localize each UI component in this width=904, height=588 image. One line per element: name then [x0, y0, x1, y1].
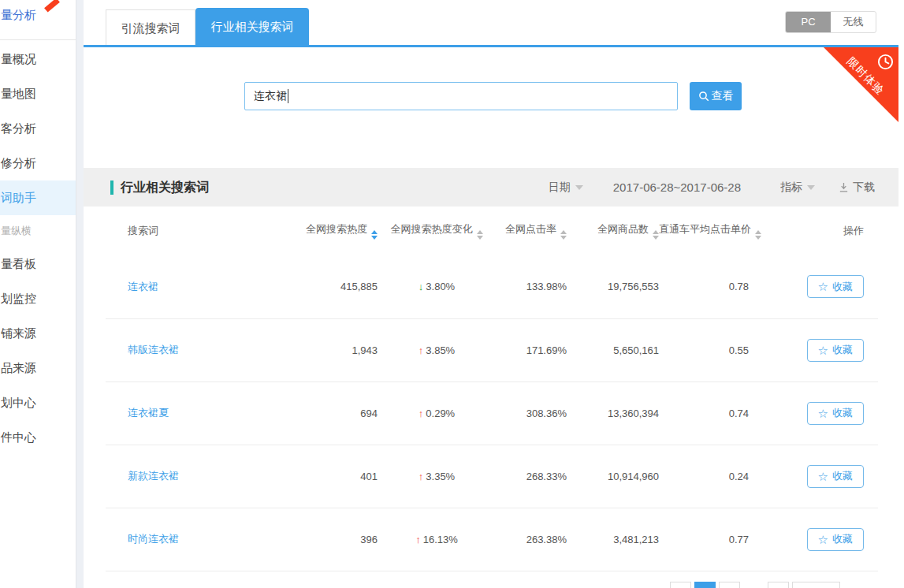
tab-item[interactable]: 行业相关搜索词 [195, 8, 309, 45]
ctr-cell: 171.69% [496, 318, 567, 381]
heat-cell: 396 [279, 508, 378, 571]
sidebar-item[interactable]: 划中心 [0, 385, 76, 420]
action-cell: ☆收藏 [749, 508, 878, 571]
sidebar-item[interactable]: 词助手 [0, 180, 76, 215]
sort-down-icon [371, 236, 378, 240]
page-item[interactable] [792, 582, 840, 588]
favorite-button[interactable]: ☆收藏 [807, 465, 864, 488]
term-cell: 新款连衣裙 [106, 445, 279, 508]
heat-cell: 415,885 [279, 255, 378, 318]
term-link[interactable]: 连衣裙夏 [128, 407, 169, 419]
term-link[interactable]: 韩版连衣裙 [128, 344, 179, 355]
sidebar-item[interactable]: 划监控 [0, 281, 76, 316]
page-item[interactable]: ‹ [670, 582, 691, 588]
page-item[interactable]: › [768, 582, 789, 588]
sort-up-icon [477, 230, 483, 234]
action-cell: ☆收藏 [749, 255, 878, 318]
page-item[interactable]: 2 [719, 582, 740, 588]
heat-cell: 694 [279, 381, 378, 445]
change-cell: ↑3.85% [378, 318, 496, 381]
column-header: 全网搜索热度 [279, 207, 378, 255]
star-icon: ☆ [818, 408, 828, 419]
star-icon: ☆ [818, 534, 828, 545]
sort-icon[interactable] [560, 230, 567, 240]
page-item[interactable]: 1 [694, 582, 716, 588]
star-icon: ☆ [818, 281, 828, 292]
change-cell: ↓3.80% [378, 255, 496, 318]
favorite-button[interactable]: ☆收藏 [807, 275, 864, 298]
download-link[interactable]: 下载 [839, 180, 875, 195]
sort-icon[interactable] [653, 230, 659, 240]
sidebar-item[interactable]: 量纵横 [0, 215, 76, 247]
view-button[interactable]: 查看 [690, 82, 742, 110]
favorite-button[interactable]: ☆收藏 [807, 402, 864, 425]
tab-item[interactable]: 引流搜索词 [106, 9, 195, 45]
sidebar-item[interactable]: 铺来源 [0, 316, 76, 351]
sidebar-item[interactable]: 量概况 [0, 42, 76, 76]
sort-down-icon [755, 236, 761, 240]
keyword-search-input[interactable] [244, 82, 678, 110]
date-dropdown-label: 日期 [549, 180, 571, 195]
sidebar-item[interactable]: 修分析 [0, 146, 76, 180]
ppc-cell: 0.74 [659, 381, 749, 445]
view-button-label: 查看 [712, 89, 734, 103]
sort-up-icon [755, 230, 761, 234]
star-icon: ☆ [818, 344, 828, 356]
sidebar: 量分析 量概况量地图客分析修分析词助手量纵横量看板划监控铺来源品来源划中心件中心 [0, 0, 76, 588]
ppc-cell: 0.78 [659, 255, 749, 318]
term-link[interactable]: 连衣裙 [128, 281, 158, 292]
date-dropdown[interactable]: 日期 [549, 180, 583, 195]
sort-icon[interactable] [371, 230, 378, 240]
device-toggle: PC无线 [785, 11, 876, 33]
column-label: 操作 [843, 225, 864, 236]
column-label: 全网点击率 [505, 223, 556, 235]
download-label: 下载 [853, 180, 875, 195]
column-label: 搜索词 [128, 225, 158, 236]
tab-bar: 引流搜索词行业相关搜索词 PC无线 [84, 0, 898, 45]
date-range[interactable]: 2017-06-28~2017-06-28 [613, 180, 741, 194]
sidebar-item[interactable]: 量地图 [0, 76, 76, 111]
chevron-down-icon [575, 185, 583, 190]
favorite-label: 收藏 [832, 532, 853, 546]
sidebar-item[interactable]: 客分析 [0, 111, 76, 146]
sidebar-divider [0, 39, 76, 40]
change-value: 3.35% [426, 471, 455, 482]
column-label: 全网商品数 [597, 223, 649, 235]
section-title: 行业相关搜索词 [110, 180, 209, 195]
favorite-button[interactable]: ☆收藏 [807, 528, 864, 551]
device-toggle-option[interactable]: 无线 [831, 12, 876, 32]
sidebar-gutter [76, 0, 84, 588]
favorite-label: 收藏 [832, 469, 853, 483]
column-label: 直通车平均点击单价 [659, 223, 751, 235]
products-cell: 5,650,161 [567, 318, 659, 381]
chevron-down-icon [807, 185, 815, 190]
sort-up-icon [560, 230, 567, 234]
products-cell: 3,481,213 [567, 508, 659, 571]
favorite-button[interactable]: ☆收藏 [807, 339, 864, 362]
sidebar-item[interactable]: 量看板 [0, 247, 76, 281]
column-header: 搜索词 [106, 207, 279, 255]
sort-icon[interactable] [477, 230, 483, 240]
sidebar-item[interactable]: 品来源 [0, 351, 76, 385]
star-icon: ☆ [818, 471, 828, 482]
device-toggle-option[interactable]: PC [786, 12, 831, 32]
term-link[interactable]: 时尚连衣裙 [128, 533, 179, 545]
metric-dropdown[interactable]: 指标 [780, 180, 815, 195]
keywords-table: 搜索词全网搜索热度全网搜索热度变化全网点击率全网商品数直通车平均点击单价操作 连… [106, 207, 878, 571]
sort-down-icon [560, 236, 567, 240]
clock-icon [876, 53, 895, 74]
sidebar-item-traffic-analysis[interactable]: 量分析 [0, 0, 76, 35]
change-value: 0.29% [426, 408, 455, 419]
table-row: 连衣裙415,885↓3.80%133.98%19,756,5530.78☆收藏 [106, 255, 878, 318]
column-header: 全网点击率 [496, 207, 567, 255]
ctr-cell: 308.36% [496, 381, 567, 445]
sidebar-item[interactable]: 件中心 [0, 420, 76, 455]
column-label: 全网搜索热度 [306, 223, 367, 235]
ctr-cell: 263.38% [496, 508, 567, 571]
sort-icon[interactable] [755, 230, 761, 240]
term-link[interactable]: 新款连衣裙 [128, 470, 179, 482]
products-cell: 10,914,960 [567, 445, 659, 508]
favorite-label: 收藏 [832, 406, 853, 420]
ppc-cell: 0.55 [659, 318, 749, 381]
pagination: ‹12› [670, 582, 840, 588]
